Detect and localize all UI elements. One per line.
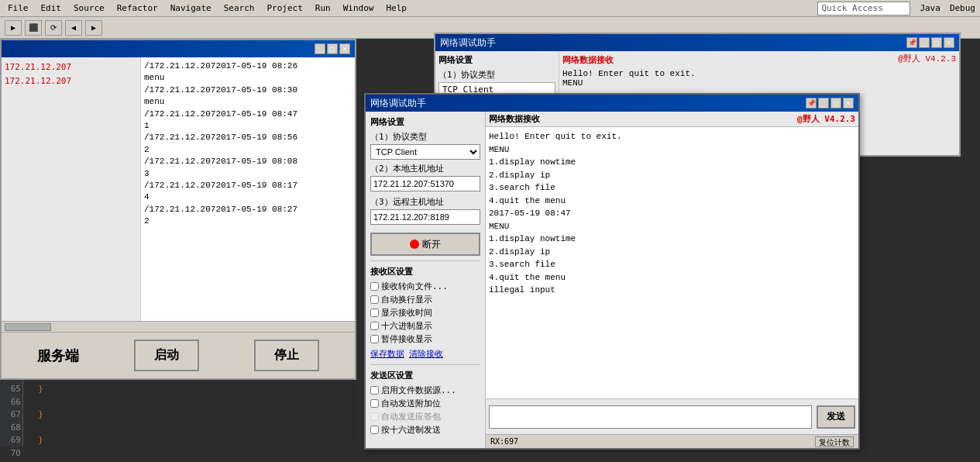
close-btn[interactable]: × bbox=[339, 43, 350, 54]
receive-settings-title: 接收区设置 bbox=[370, 266, 480, 278]
cb-auto-reply[interactable] bbox=[370, 412, 379, 421]
netdbg-bg-close[interactable]: × bbox=[944, 37, 954, 48]
send-cb-row-3: 自动发送应答包 bbox=[370, 411, 480, 422]
send-button[interactable]: 发送 bbox=[817, 405, 855, 429]
save-data-link[interactable]: 保存数据 bbox=[370, 348, 404, 360]
scroll-thumb[interactable] bbox=[5, 323, 51, 331]
menu-window[interactable]: Window bbox=[340, 2, 377, 15]
cb-row-5: 暂停接收显示 bbox=[370, 333, 480, 345]
links-row: 保存数据 清除接收 bbox=[370, 348, 480, 360]
log-6: /172.21.12.2072017-05-19 08:56 bbox=[144, 132, 352, 143]
cb-file-source[interactable] bbox=[370, 386, 379, 395]
cb-hex-send[interactable] bbox=[370, 426, 379, 434]
menu-source[interactable]: Source bbox=[70, 2, 108, 15]
code-content[interactable]: } } } bbox=[23, 380, 356, 446]
ip-item-2: 172.21.12.207 bbox=[5, 74, 137, 88]
toolbar-btn-1[interactable]: ▶ bbox=[5, 20, 22, 36]
cb-receive-file-label: 接收转向文件... bbox=[381, 281, 448, 292]
netdbg-bg-min[interactable]: _ bbox=[919, 37, 930, 48]
minimize-btn[interactable]: _ bbox=[315, 43, 325, 54]
remote-addr-input[interactable] bbox=[370, 209, 480, 225]
code-line-67: } bbox=[28, 409, 352, 422]
code-editor: 65 66 67 68 69 70 } } } bbox=[0, 380, 356, 446]
netdbg-bg-pin[interactable]: 📌 bbox=[906, 37, 917, 48]
menu-help[interactable]: Help bbox=[383, 2, 410, 15]
netdbg-foreground-window: 网络调试助手 📌 _ □ × 网络设置 （1）协议类型 TCP Client （… bbox=[364, 93, 860, 450]
netdbg-fg-pin[interactable]: 📌 bbox=[806, 98, 817, 109]
netdbg-fg-min[interactable]: _ bbox=[818, 98, 829, 109]
local-addr-input[interactable] bbox=[370, 176, 480, 191]
log-9: 3 bbox=[144, 168, 352, 180]
reset-count-button[interactable]: 复位计数 bbox=[815, 436, 854, 447]
line-68: 68 bbox=[2, 422, 21, 435]
recv-line-1: MENU bbox=[489, 143, 855, 157]
toolbar-btn-5[interactable]: ▶ bbox=[85, 20, 102, 36]
netdbg-fg-body: 网络设置 （1）协议类型 TCP Client （2）本地主机地址 （3）远程主… bbox=[366, 112, 858, 448]
cb-hex-display[interactable] bbox=[370, 322, 379, 330]
cb-row-2: 自动换行显示 bbox=[370, 294, 480, 305]
log-8: /172.21.12.2072017-05-19 08:08 bbox=[144, 156, 352, 167]
toolbar-btn-2[interactable]: ⬛ bbox=[25, 20, 42, 36]
clear-receive-link[interactable]: 清除接收 bbox=[409, 348, 443, 360]
stop-button[interactable]: 停止 bbox=[254, 340, 319, 371]
connect-status-dot bbox=[410, 240, 419, 249]
menu-search[interactable]: Search bbox=[221, 2, 258, 15]
netdbg-fg-close[interactable]: × bbox=[843, 98, 854, 109]
cb-row-4: 十六进制显示 bbox=[370, 320, 480, 332]
line-66: 66 bbox=[2, 396, 21, 409]
netdbg-bg-title: 网络调试助手 📌 _ □ × bbox=[435, 34, 959, 51]
line-numbers: 65 66 67 68 69 70 bbox=[0, 380, 23, 446]
netdbg-receive-area[interactable]: Hello! Enter quit to exit. MENU 1.displa… bbox=[486, 127, 858, 398]
protocol-select[interactable]: TCP Client bbox=[370, 144, 480, 160]
cb-show-time[interactable] bbox=[370, 309, 379, 317]
connect-button[interactable]: 断开 bbox=[370, 233, 480, 256]
menu-refactor[interactable]: Refactor bbox=[114, 2, 161, 15]
cb-auto-wrap[interactable] bbox=[370, 295, 379, 304]
netdbg-fg-title-text: 网络调试助手 bbox=[370, 97, 426, 110]
cb-auto-append[interactable] bbox=[370, 399, 379, 408]
start-button[interactable]: 启动 bbox=[134, 340, 199, 371]
log-12: /172.21.12.2072017-05-19 08:27 bbox=[144, 204, 352, 215]
log-4: /172.21.12.2072017-05-19 08:47 bbox=[144, 109, 352, 120]
netdbg-send-area: 发送 bbox=[486, 398, 858, 434]
cb-auto-wrap-label: 自动换行显示 bbox=[381, 294, 432, 305]
menu-project[interactable]: Project bbox=[263, 2, 305, 15]
maximize-btn[interactable]: □ bbox=[327, 43, 338, 54]
server-window-title: _ □ × bbox=[2, 40, 355, 57]
netdbg-status-bar: RX:697 复位计数 bbox=[486, 434, 858, 448]
menu-run[interactable]: Run bbox=[312, 2, 334, 15]
netdbg-fg-max[interactable]: □ bbox=[830, 98, 841, 109]
netdbg-bg-version: @野人 V4.2.3 bbox=[898, 53, 956, 64]
receive-area-label: 网络数据接收 bbox=[489, 113, 540, 125]
netdbg-bg-max[interactable]: □ bbox=[931, 37, 942, 48]
code-line-66 bbox=[28, 396, 352, 409]
connect-button-label: 断开 bbox=[422, 238, 441, 251]
recv-line-12: illegal input bbox=[489, 284, 855, 297]
menu-navigate[interactable]: Navigate bbox=[167, 2, 215, 15]
protocol-label: （1）协议类型 bbox=[370, 131, 480, 143]
server-content: 172.21.12.207 172.21.12.207 /172.21.12.2… bbox=[2, 57, 355, 321]
toolbar-btn-4[interactable]: ◀ bbox=[65, 20, 82, 36]
quick-access-box[interactable]: Quick Access bbox=[817, 2, 910, 16]
netdbg-bg-receive-2: MENU bbox=[562, 78, 956, 88]
divider-2 bbox=[370, 364, 480, 365]
netdbg-main: 网络数据接收 @野人 V4.2.3 Hello! Enter quit to e… bbox=[486, 112, 858, 448]
log-7: 2 bbox=[144, 144, 352, 156]
netdbg-bg-receive-title: 网络数据接收 bbox=[562, 54, 956, 66]
cb-auto-append-label: 自动发送附加位 bbox=[381, 398, 441, 409]
netdbg-bg-controls: 📌 _ □ × bbox=[906, 37, 954, 48]
cb-receive-file[interactable] bbox=[370, 282, 379, 291]
netdbg-bg-receive-1: Hello! Enter quit to exit. bbox=[562, 69, 956, 78]
menu-edit[interactable]: Edit bbox=[38, 2, 65, 15]
log-1: menu bbox=[144, 72, 352, 84]
cb-pause-receive-label: 暂停接收显示 bbox=[381, 333, 432, 345]
toolbar-btn-3[interactable]: ⟳ bbox=[45, 20, 62, 36]
server-ip-list: 172.21.12.207 172.21.12.207 bbox=[2, 57, 141, 321]
netdbg-bg-protocol-label: （1）协议类型 bbox=[438, 69, 555, 81]
cb-pause-receive[interactable] bbox=[370, 335, 379, 343]
scrollbar[interactable] bbox=[2, 321, 355, 332]
send-input[interactable] bbox=[489, 405, 812, 429]
remote-addr-label: （3）远程主机地址 bbox=[370, 196, 480, 208]
menu-file[interactable]: File bbox=[5, 2, 32, 15]
recv-line-9: 2.display ip bbox=[489, 246, 855, 259]
